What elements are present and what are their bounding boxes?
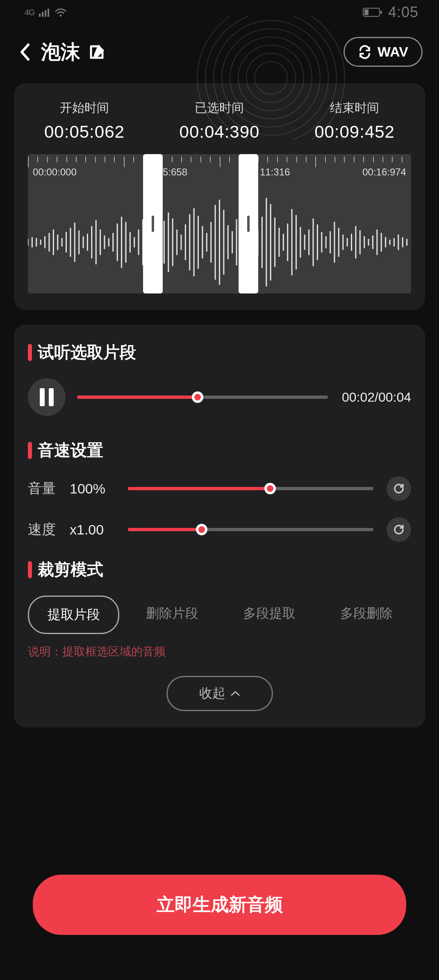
volume-value: 100% [70,481,115,497]
format-toggle-button[interactable]: WAV [343,37,423,67]
ruler-label: 00:00:000 [33,166,77,178]
audio-settings-section-title: 音速设置 [28,439,411,462]
start-time-value: 00:05:062 [44,122,125,142]
svg-rect-10 [45,10,46,17]
waveform-editor[interactable]: 00:00:000 0:05:658 11:316 00:16:974 [28,154,411,293]
svg-rect-9 [42,12,43,17]
start-time-label: 开始时间 [44,100,125,116]
edit-title-button[interactable] [85,41,108,64]
ruler-label: 11:316 [260,166,290,178]
selected-time-value: 00:04:390 [180,122,260,142]
waveform-panel: 开始时间 00:05:062 已选时间 00:04:390 结束时间 00:09… [14,83,425,310]
svg-rect-11 [48,9,49,17]
waveform-svg [28,187,411,293]
format-label: WAV [378,44,408,60]
speed-label: 速度 [28,520,61,539]
generate-button[interactable]: 立即生成新音频 [33,875,406,935]
speed-reset-button[interactable] [387,517,411,542]
ruler-labels: 00:00:000 0:05:658 11:316 00:16:974 [28,166,411,178]
svg-point-12 [59,15,61,17]
selection-handle-left[interactable] [143,154,163,293]
crop-mode-chip[interactable]: 提取片段 [28,596,119,634]
volume-reset-button[interactable] [387,476,411,501]
speed-value: x1.00 [70,522,115,538]
chevron-up-icon [230,690,240,697]
page-title: 泡沫 [41,39,80,65]
settings-panel: 试听选取片段 00:02/00:04 音速设置 音量 100% 速度 x1.00… [14,325,425,728]
clock-time: 4:05 [388,4,419,21]
preview-time-text: 00:02/00:04 [342,390,411,405]
battery-icon [363,7,382,17]
svg-rect-15 [364,9,368,15]
swap-icon [358,45,372,59]
crop-mode-chip[interactable]: 删除片段 [127,596,216,634]
play-pause-button[interactable] [28,378,66,416]
back-button[interactable] [16,40,33,64]
ruler-label: 00:16:974 [362,166,406,178]
chevron-left-icon [19,43,30,61]
signal-icon [39,8,50,17]
refresh-icon [392,482,405,495]
crop-mode-chips: 提取片段删除片段多段提取多段删除 [28,596,411,634]
collapse-label: 收起 [199,684,225,703]
header: 泡沫 WAV [0,25,439,83]
status-bar: 4G 4:05 [0,0,439,25]
crop-mode-chip[interactable]: 多段提取 [225,596,314,634]
crop-explain: 说明：提取框选区域的音频 [28,644,411,659]
network-indicator: 4G [25,8,35,17]
volume-slider[interactable] [128,487,373,490]
edit-icon [87,42,107,62]
end-time-value: 00:09:452 [314,122,395,142]
preview-section-title: 试听选取片段 [28,341,411,364]
svg-rect-8 [39,14,41,17]
svg-rect-14 [380,11,382,14]
speed-slider[interactable] [128,528,373,531]
preview-progress-slider[interactable] [77,396,328,399]
wifi-icon [55,7,67,17]
volume-label: 音量 [28,479,61,498]
crop-mode-chip[interactable]: 多段删除 [322,596,411,634]
selected-time-label: 已选时间 [180,100,260,116]
crop-explain-label: 说明： [28,645,62,658]
pause-icon [40,388,54,406]
selection-handle-right[interactable] [239,154,258,293]
crop-section-title: 裁剪模式 [28,558,411,581]
crop-explain-text: 提取框选区域的音频 [62,645,166,658]
collapse-button[interactable]: 收起 [166,676,273,711]
end-time-label: 结束时间 [314,100,395,116]
refresh-icon [392,523,405,536]
